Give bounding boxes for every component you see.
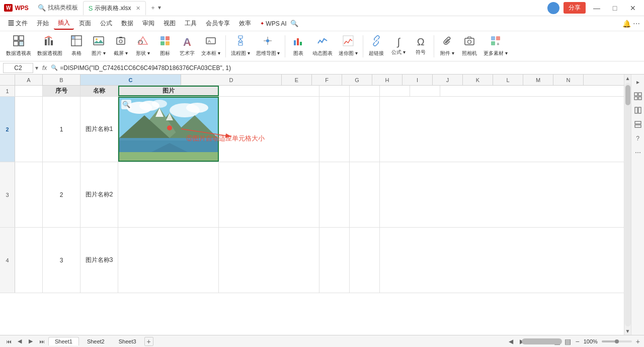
right-panel-btn-1[interactable] (632, 91, 643, 102)
menu-file[interactable]: ☰ 文件 (4, 18, 32, 29)
scroll-track-v[interactable] (625, 83, 631, 326)
zoom-in-btn[interactable]: + (636, 337, 640, 345)
more-icon[interactable]: ⋯ (633, 20, 640, 28)
cell-E3[interactable] (219, 162, 319, 227)
notification-icon[interactable]: 🔔 (622, 20, 631, 28)
toolbar-pivot-chart[interactable]: 数据透视图 (35, 34, 64, 58)
menu-wps-ai[interactable]: ✦WPS AI 🔍 (256, 18, 302, 29)
cell-B4[interactable]: 3 (43, 228, 80, 293)
menu-view[interactable]: 视图 (159, 18, 180, 29)
vertical-scrollbar[interactable]: ▲ ▼ (624, 75, 631, 335)
toolbar-attachment[interactable]: 附件 ▾ (437, 34, 457, 58)
add-sheet-button[interactable]: + (144, 337, 153, 346)
formula-input[interactable] (60, 63, 641, 73)
sheet-tab-1[interactable]: Sheet1 (48, 337, 79, 345)
share-button[interactable]: 分享 (564, 2, 586, 14)
cell-I1[interactable] (410, 86, 440, 96)
scroll-down-btn[interactable]: ▼ (624, 327, 631, 335)
toolbar-art-text[interactable]: A 艺术字 (177, 35, 197, 58)
toolbar-hyperlink[interactable]: 超链接 (366, 34, 386, 58)
col-header-K[interactable]: K (463, 75, 493, 85)
sheet-last-btn[interactable]: ⏭ (37, 337, 46, 346)
menu-tools[interactable]: 工具 (181, 18, 201, 29)
cell-F3[interactable] (319, 162, 350, 227)
scroll-thumb-h[interactable] (522, 338, 562, 344)
cell-C2-name[interactable]: 图片名称1 (80, 97, 118, 162)
toolbar-chart[interactable]: 图表 (288, 34, 308, 58)
scroll-left-btn[interactable]: ◀ (509, 338, 514, 345)
toolbar-pivot-table[interactable]: 数据透视表 (4, 34, 33, 58)
zoom-out-btn[interactable]: − (575, 337, 579, 345)
zoom-thumb[interactable] (615, 339, 619, 343)
scroll-up-btn[interactable]: ▲ (624, 75, 631, 82)
cell-G1[interactable] (350, 86, 380, 96)
cell-A4[interactable] (15, 228, 43, 293)
cell-D3[interactable] (118, 162, 219, 227)
cell-B2[interactable]: 1 (43, 97, 80, 162)
close-button[interactable]: ✕ (626, 3, 640, 14)
tab-template[interactable]: 🔍 找稿类模板 (33, 1, 83, 15)
col-header-G[interactable]: G (342, 75, 372, 85)
menu-review[interactable]: 审阅 (138, 18, 158, 29)
right-panel-expand[interactable]: ▸ (632, 77, 643, 88)
cell-D4[interactable] (118, 228, 219, 293)
cell-E2[interactable] (219, 97, 319, 162)
toolbar-more[interactable]: + 更多素材 ▾ (481, 34, 510, 58)
cell-D2-image[interactable]: 🔍 (118, 97, 219, 162)
toolbar-mini-chart[interactable]: 迷你图 ▾ (337, 34, 360, 58)
menu-efficiency[interactable]: 效率 (235, 18, 255, 29)
cell-A3[interactable] (15, 162, 43, 227)
menu-insert[interactable]: 插入 (54, 17, 74, 30)
col-header-J[interactable]: J (433, 75, 463, 85)
col-header-I[interactable]: I (403, 75, 433, 85)
menu-home[interactable]: 开始 (33, 18, 53, 29)
menu-formula[interactable]: 公式 (96, 18, 116, 29)
sheet-next-btn[interactable]: ▶ (26, 337, 35, 346)
toolbar-textbox[interactable]: A 文本框 ▾ (199, 34, 222, 58)
toolbar-image[interactable]: 图片 ▾ (89, 34, 109, 58)
cell-C4[interactable]: 图片名称3 (80, 228, 118, 293)
sheet-first-btn[interactable]: ⏮ (4, 337, 13, 346)
add-tab-button[interactable]: ＋ ▾ (146, 2, 165, 14)
toolbar-screenshot[interactable]: 截屏 ▾ (111, 34, 131, 58)
tab-close-icon[interactable]: ✕ (136, 5, 140, 12)
toolbar-sparkline[interactable]: 动态图表 (310, 34, 335, 58)
cell-H1[interactable] (380, 86, 410, 96)
zoom-icon[interactable]: 🔍 (121, 100, 131, 109)
sheet-tab-2[interactable]: Sheet2 (81, 337, 111, 345)
cell-E1[interactable] (219, 86, 319, 96)
col-header-F[interactable]: F (312, 75, 342, 85)
col-header-D[interactable]: D (181, 75, 282, 85)
cell-F4[interactable] (319, 228, 350, 293)
cell-A1[interactable] (15, 86, 43, 96)
zoom-slider[interactable] (602, 340, 632, 342)
right-panel-btn-4[interactable]: ? (632, 133, 643, 144)
cell-A2[interactable] (15, 97, 43, 162)
cell-E4[interactable] (219, 228, 319, 293)
cell-G3[interactable] (350, 162, 380, 227)
cell-B1[interactable]: 序号 (43, 86, 80, 96)
expand-icon[interactable]: ▾ (35, 64, 38, 72)
sheet-tab-3[interactable]: Sheet3 (113, 337, 142, 345)
right-panel-btn-5[interactable]: ⋯ (632, 147, 643, 158)
toolbar-table[interactable]: 表格 (66, 34, 87, 58)
scroll-thumb-v[interactable] (625, 85, 630, 105)
col-header-L[interactable]: L (493, 75, 523, 85)
tab-spreadsheet[interactable]: S 示例表格.xlsx ✕ (83, 1, 146, 15)
toolbar-icon[interactable]: 图标 (155, 34, 175, 58)
sheet-prev-btn[interactable]: ◀ (15, 337, 24, 346)
page-view-icon[interactable]: ▤ (565, 337, 571, 345)
cell-B3[interactable]: 2 (43, 162, 80, 227)
toolbar-formula[interactable]: ∫ 公式 ▾ (388, 35, 409, 57)
col-header-M[interactable]: M (523, 75, 553, 85)
cell-F2[interactable] (319, 97, 350, 162)
cell-F1[interactable] (319, 86, 350, 96)
minimize-button[interactable]: — (590, 3, 604, 14)
col-header-B[interactable]: B (43, 75, 80, 85)
cell-C1-label[interactable]: 名称 (80, 86, 118, 96)
menu-vip[interactable]: 会员专享 (202, 18, 234, 29)
col-header-E[interactable]: E (282, 75, 312, 85)
maximize-button[interactable]: □ (608, 3, 622, 14)
cell-G4[interactable] (350, 228, 380, 293)
toolbar-camera[interactable]: 照相机 (459, 34, 479, 58)
